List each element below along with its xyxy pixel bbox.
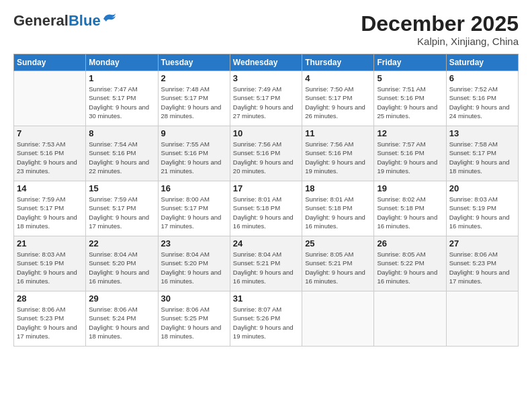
- col-wednesday: Wednesday: [230, 54, 302, 71]
- day-number: 6: [449, 73, 515, 83]
- day-number: 5: [377, 73, 443, 83]
- table-row: 26Sunrise: 8:05 AMSunset: 5:22 PMDayligh…: [374, 236, 446, 291]
- table-row: 1Sunrise: 7:47 AMSunset: 5:17 PMDaylight…: [86, 71, 158, 126]
- day-info: Sunrise: 8:02 AMSunset: 5:18 PMDaylight:…: [377, 195, 443, 230]
- day-number: 4: [305, 73, 371, 83]
- day-info: Sunrise: 8:06 AMSunset: 5:25 PMDaylight:…: [161, 305, 227, 340]
- table-row: 23Sunrise: 8:04 AMSunset: 5:20 PMDayligh…: [158, 236, 230, 291]
- day-number: 11: [305, 128, 371, 138]
- table-row: 11Sunrise: 7:56 AMSunset: 5:16 PMDayligh…: [302, 126, 374, 181]
- table-row: 19Sunrise: 8:02 AMSunset: 5:18 PMDayligh…: [374, 181, 446, 236]
- table-row: 7Sunrise: 7:53 AMSunset: 5:16 PMDaylight…: [14, 126, 86, 181]
- calendar-week-row: 28Sunrise: 8:06 AMSunset: 5:23 PMDayligh…: [14, 291, 519, 347]
- day-number: 25: [305, 238, 371, 248]
- day-info: Sunrise: 8:05 AMSunset: 5:21 PMDaylight:…: [305, 250, 371, 285]
- table-row: 21Sunrise: 8:03 AMSunset: 5:19 PMDayligh…: [14, 236, 86, 291]
- table-row: 31Sunrise: 8:07 AMSunset: 5:26 PMDayligh…: [230, 291, 302, 347]
- table-row: [374, 291, 446, 347]
- logo-blue: Blue: [69, 12, 101, 30]
- table-row: 27Sunrise: 8:06 AMSunset: 5:23 PMDayligh…: [446, 236, 518, 291]
- table-row: [14, 71, 86, 126]
- day-number: 8: [89, 128, 154, 138]
- table-row: 20Sunrise: 8:03 AMSunset: 5:19 PMDayligh…: [446, 181, 518, 236]
- table-row: 14Sunrise: 7:59 AMSunset: 5:17 PMDayligh…: [14, 181, 86, 236]
- col-thursday: Thursday: [302, 54, 374, 71]
- day-info: Sunrise: 7:56 AMSunset: 5:16 PMDaylight:…: [305, 140, 371, 175]
- day-number: 20: [449, 183, 515, 193]
- page: GeneralBlue December 2025 Kalpin, Xinjia…: [0, 0, 532, 411]
- day-number: 15: [89, 183, 154, 193]
- day-number: 1: [89, 73, 154, 83]
- table-row: 3Sunrise: 7:49 AMSunset: 5:17 PMDaylight…: [230, 71, 302, 126]
- day-info: Sunrise: 7:49 AMSunset: 5:17 PMDaylight:…: [233, 85, 299, 120]
- day-number: 24: [233, 238, 299, 248]
- calendar-header-row: Sunday Monday Tuesday Wednesday Thursday…: [14, 54, 519, 71]
- day-number: 7: [17, 128, 83, 138]
- table-row: 2Sunrise: 7:48 AMSunset: 5:17 PMDaylight…: [158, 71, 230, 126]
- calendar-week-row: 14Sunrise: 7:59 AMSunset: 5:17 PMDayligh…: [14, 181, 519, 236]
- calendar-week-row: 21Sunrise: 8:03 AMSunset: 5:19 PMDayligh…: [14, 236, 519, 291]
- table-row: 9Sunrise: 7:55 AMSunset: 5:16 PMDaylight…: [158, 126, 230, 181]
- day-info: Sunrise: 7:57 AMSunset: 5:16 PMDaylight:…: [377, 140, 443, 175]
- day-number: 13: [449, 128, 515, 138]
- day-info: Sunrise: 7:56 AMSunset: 5:16 PMDaylight:…: [233, 140, 299, 175]
- day-number: 31: [233, 293, 299, 304]
- table-row: 13Sunrise: 7:58 AMSunset: 5:17 PMDayligh…: [446, 126, 518, 181]
- col-monday: Monday: [86, 54, 158, 71]
- table-row: 6Sunrise: 7:52 AMSunset: 5:16 PMDaylight…: [446, 71, 518, 126]
- day-number: 12: [377, 128, 443, 138]
- month-title: December 2025: [361, 12, 519, 36]
- table-row: 15Sunrise: 7:59 AMSunset: 5:17 PMDayligh…: [86, 181, 158, 236]
- table-row: 12Sunrise: 7:57 AMSunset: 5:16 PMDayligh…: [374, 126, 446, 181]
- day-number: 26: [377, 238, 443, 248]
- calendar-week-row: 1Sunrise: 7:47 AMSunset: 5:17 PMDaylight…: [14, 71, 519, 126]
- day-info: Sunrise: 7:58 AMSunset: 5:17 PMDaylight:…: [449, 140, 515, 175]
- day-info: Sunrise: 7:59 AMSunset: 5:17 PMDaylight:…: [89, 195, 154, 230]
- day-number: 14: [17, 183, 83, 193]
- logo-general: General: [13, 12, 69, 30]
- day-number: 30: [161, 293, 227, 304]
- day-number: 10: [233, 128, 299, 138]
- day-info: Sunrise: 8:03 AMSunset: 5:19 PMDaylight:…: [449, 195, 515, 230]
- day-info: Sunrise: 8:07 AMSunset: 5:26 PMDaylight:…: [233, 305, 299, 340]
- day-number: 28: [17, 293, 83, 304]
- day-info: Sunrise: 7:48 AMSunset: 5:17 PMDaylight:…: [161, 85, 227, 120]
- logo: GeneralBlue: [13, 12, 117, 30]
- day-number: 19: [377, 183, 443, 193]
- calendar-table: Sunday Monday Tuesday Wednesday Thursday…: [13, 54, 519, 347]
- day-info: Sunrise: 8:06 AMSunset: 5:24 PMDaylight:…: [89, 305, 154, 340]
- day-info: Sunrise: 8:01 AMSunset: 5:18 PMDaylight:…: [233, 195, 299, 230]
- day-info: Sunrise: 8:03 AMSunset: 5:19 PMDaylight:…: [17, 250, 83, 285]
- day-info: Sunrise: 8:04 AMSunset: 5:20 PMDaylight:…: [89, 250, 154, 285]
- day-number: 16: [161, 183, 227, 193]
- day-number: 3: [233, 73, 299, 83]
- day-number: 23: [161, 238, 227, 248]
- table-row: 5Sunrise: 7:51 AMSunset: 5:16 PMDaylight…: [374, 71, 446, 126]
- table-row: 29Sunrise: 8:06 AMSunset: 5:24 PMDayligh…: [86, 291, 158, 347]
- calendar-week-row: 7Sunrise: 7:53 AMSunset: 5:16 PMDaylight…: [14, 126, 519, 181]
- table-row: 4Sunrise: 7:50 AMSunset: 5:17 PMDaylight…: [302, 71, 374, 126]
- day-info: Sunrise: 8:04 AMSunset: 5:20 PMDaylight:…: [161, 250, 227, 285]
- day-number: 27: [449, 238, 515, 248]
- day-number: 29: [89, 293, 154, 304]
- table-row: 17Sunrise: 8:01 AMSunset: 5:18 PMDayligh…: [230, 181, 302, 236]
- day-info: Sunrise: 8:04 AMSunset: 5:21 PMDaylight:…: [233, 250, 299, 285]
- day-number: 22: [89, 238, 154, 248]
- day-number: 9: [161, 128, 227, 138]
- day-info: Sunrise: 7:52 AMSunset: 5:16 PMDaylight:…: [449, 85, 515, 120]
- day-number: 18: [305, 183, 371, 193]
- day-info: Sunrise: 7:54 AMSunset: 5:16 PMDaylight:…: [89, 140, 154, 175]
- day-info: Sunrise: 7:47 AMSunset: 5:17 PMDaylight:…: [89, 85, 154, 120]
- day-info: Sunrise: 8:00 AMSunset: 5:17 PMDaylight:…: [161, 195, 227, 230]
- table-row: 22Sunrise: 8:04 AMSunset: 5:20 PMDayligh…: [86, 236, 158, 291]
- table-row: [446, 291, 518, 347]
- table-row: 8Sunrise: 7:54 AMSunset: 5:16 PMDaylight…: [86, 126, 158, 181]
- table-row: [302, 291, 374, 347]
- col-friday: Friday: [374, 54, 446, 71]
- day-number: 2: [161, 73, 227, 83]
- day-info: Sunrise: 7:51 AMSunset: 5:16 PMDaylight:…: [377, 85, 443, 120]
- table-row: 24Sunrise: 8:04 AMSunset: 5:21 PMDayligh…: [230, 236, 302, 291]
- day-info: Sunrise: 8:05 AMSunset: 5:22 PMDaylight:…: [377, 250, 443, 285]
- table-row: 28Sunrise: 8:06 AMSunset: 5:23 PMDayligh…: [14, 291, 86, 347]
- header: GeneralBlue December 2025 Kalpin, Xinjia…: [13, 12, 519, 47]
